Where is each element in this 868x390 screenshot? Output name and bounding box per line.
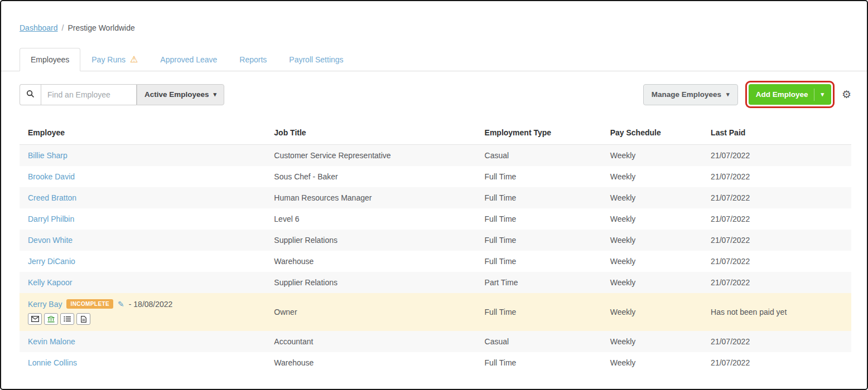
cell-pay-schedule: Weekly — [602, 208, 702, 230]
tab-pay-runs[interactable]: Pay Runs ⚠ — [80, 48, 149, 71]
cell-job-title: Warehouse — [266, 251, 476, 272]
cell-last-paid: 21/07/2022 — [702, 251, 851, 272]
chevron-down-icon: ▾ — [214, 91, 217, 98]
breadcrumb-dashboard-link[interactable]: Dashboard — [20, 23, 58, 32]
cell-employment-type: Full Time — [476, 166, 602, 187]
table-row: Darryl Philbin ✎ Level 6 — [20, 208, 851, 230]
table-row: Kevin Malone ✎ Accountant — [20, 331, 851, 352]
employee-name-link[interactable]: Kerry Bay — [28, 300, 62, 309]
cell-last-paid: 21/07/2022 — [702, 230, 851, 251]
employee-name-link[interactable]: Devon White — [28, 236, 73, 245]
toolbar-right: Manage Employees ▾ Add Employee ▾ ⚙ — [643, 81, 851, 108]
cell-pay-schedule: Weekly — [602, 293, 702, 331]
add-employee-highlight-annotation: Add Employee ▾ — [745, 81, 835, 108]
column-header-pay-schedule: Pay Schedule — [602, 121, 702, 145]
chevron-down-icon: ▾ — [726, 91, 730, 98]
employee-name-link[interactable]: Darryl Philbin — [28, 214, 74, 223]
cell-employee: Creed Bratton ✎ — [20, 187, 266, 208]
cell-pay-schedule: Weekly — [602, 145, 702, 167]
manage-employees-button[interactable]: Manage Employees ▾ — [643, 84, 738, 105]
cell-pay-schedule: Weekly — [602, 166, 702, 187]
tab-employees[interactable]: Employees — [20, 48, 80, 71]
column-header-employment-type: Employment Type — [476, 121, 602, 145]
cell-job-title: Level 6 — [266, 208, 476, 230]
cell-employment-type: Part Time — [476, 272, 602, 293]
tab-pay-runs-label: Pay Runs — [91, 55, 126, 64]
cell-employee: Kerry Bay INCOMPLETE ✎ - 18/08/2022 — [20, 293, 266, 331]
tab-reports[interactable]: Reports — [228, 48, 278, 71]
document-icon[interactable] — [76, 313, 90, 325]
employee-name-link[interactable]: Creed Bratton — [28, 193, 76, 202]
table-row: Brooke David ✎ Sous Chef - B — [20, 166, 851, 187]
cell-employee: Billie Sharp ✎ — [20, 145, 266, 167]
employee-name-link[interactable]: Kelly Kapoor — [28, 278, 72, 287]
cell-employment-type: Full Time — [476, 293, 602, 331]
table-row: Billie Sharp ✎ Customer Serv — [20, 145, 851, 167]
cell-employee: Devon White ✎ — [20, 230, 266, 251]
employee-name-link[interactable]: Brooke David — [28, 172, 75, 181]
gear-icon[interactable]: ⚙ — [842, 89, 851, 100]
employee-name-link[interactable]: Kevin Malone — [28, 337, 75, 346]
table-row: Jerry DiCanio ✎ Warehouse — [20, 251, 851, 272]
tab-reports-label: Reports — [239, 55, 267, 64]
employee-name-link[interactable]: Lonnie Collins — [28, 358, 77, 367]
search-button[interactable] — [20, 84, 41, 105]
start-date-text: - 18/08/2022 — [129, 300, 173, 309]
table-header-row: Employee Job Title Employment Type Pay S… — [20, 121, 851, 145]
cell-job-title: Supplier Relations — [266, 230, 476, 251]
toolbar: Active Employees ▾ Manage Employees ▾ Ad… — [1, 71, 867, 108]
cell-employee: Brooke David ✎ — [20, 166, 266, 187]
filter-label: Active Employees — [144, 90, 209, 99]
cell-pay-schedule: Weekly — [602, 230, 702, 251]
cell-employment-type: Full Time — [476, 251, 602, 272]
breadcrumb-current: Prestige Worldwide — [67, 23, 134, 32]
tab-payroll-settings[interactable]: Payroll Settings — [278, 48, 354, 71]
cell-pay-schedule: Weekly — [602, 187, 702, 208]
cell-last-paid: Has not been paid yet — [702, 293, 851, 331]
add-employee-button[interactable]: Add Employee ▾ — [749, 84, 831, 105]
payroll-page: Dashboard/Prestige Worldwide Employees P… — [0, 0, 868, 390]
tab-payroll-settings-label: Payroll Settings — [289, 55, 343, 64]
cell-job-title: Warehouse — [266, 352, 476, 373]
search-input[interactable] — [41, 84, 137, 105]
cell-last-paid: 21/07/2022 — [702, 331, 851, 352]
cell-employee: Kevin Malone ✎ — [20, 331, 266, 352]
tab-bar: Employees Pay Runs ⚠ Approved Leave Repo… — [1, 48, 867, 71]
employee-filter-dropdown[interactable]: Active Employees ▾ — [137, 84, 224, 105]
table-row: Creed Bratton ✎ Human Resour — [20, 187, 851, 208]
table-row: Devon White ✎ Supplier Relat — [20, 230, 851, 251]
cell-last-paid: 21/07/2022 — [702, 166, 851, 187]
breadcrumb: Dashboard/Prestige Worldwide — [1, 1, 867, 32]
breadcrumb-separator: / — [62, 23, 64, 32]
cell-employment-type: Casual — [476, 145, 602, 167]
cell-last-paid: 21/07/2022 — [702, 352, 851, 373]
table-row: Kelly Kapoor ✎ Supplier Rela — [20, 272, 851, 293]
cell-last-paid: 21/07/2022 — [702, 272, 851, 293]
chevron-down-icon: ▾ — [821, 91, 824, 98]
search-icon — [26, 90, 35, 100]
table-row: Kerry Bay INCOMPLETE ✎ - 18/08/2022 — [20, 293, 851, 331]
column-header-employee: Employee — [20, 121, 266, 145]
cell-pay-schedule: Weekly — [602, 352, 702, 373]
edit-pencil-icon[interactable]: ✎ — [118, 300, 124, 309]
tab-approved-leave[interactable]: Approved Leave — [149, 48, 228, 71]
list-icon[interactable] — [60, 313, 74, 325]
cell-pay-schedule: Weekly — [602, 331, 702, 352]
cell-employee: Jerry DiCanio ✎ — [20, 251, 266, 272]
cell-pay-schedule: Weekly — [602, 272, 702, 293]
cell-job-title: Sous Chef - Baker — [266, 166, 476, 187]
employee-name-link[interactable]: Jerry DiCanio — [28, 257, 75, 266]
button-divider — [814, 89, 814, 101]
bank-icon[interactable] — [44, 313, 58, 325]
cell-job-title: Accountant — [266, 331, 476, 352]
table-row: Lonnie Collins ✎ Warehouse — [20, 352, 851, 373]
cell-employee: Lonnie Collins ✎ — [20, 352, 266, 373]
employee-name-link[interactable]: Billie Sharp — [28, 151, 67, 160]
cell-employment-type: Full Time — [476, 230, 602, 251]
manage-employees-label: Manage Employees — [652, 90, 721, 99]
cell-job-title: Human Resources Manager — [266, 187, 476, 208]
cell-last-paid: 21/07/2022 — [702, 187, 851, 208]
cell-last-paid: 21/07/2022 — [702, 145, 851, 167]
warning-icon: ⚠ — [130, 55, 138, 64]
email-icon[interactable] — [28, 313, 42, 325]
